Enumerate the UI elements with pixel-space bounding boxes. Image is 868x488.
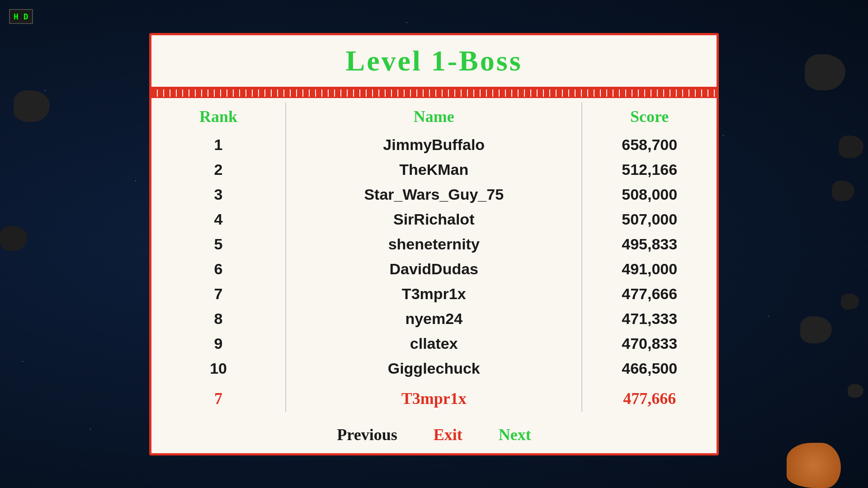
buttons-row: Previous Exit Next	[151, 421, 717, 453]
cell-score: 508,000	[582, 182, 717, 207]
cell-name: SirRichalot	[286, 207, 582, 232]
cell-rank: 7	[151, 282, 286, 306]
scoreboard: Level 1-Boss Rank Name Score 1 JimmyBuff…	[149, 33, 719, 455]
cell-score: 466,500	[582, 356, 717, 381]
cell-score: 507,000	[582, 207, 717, 232]
table-row: 10 Gigglechuck 466,500	[151, 356, 717, 381]
cell-rank: 9	[151, 331, 286, 356]
cell-score: 658,700	[582, 132, 717, 157]
cell-score: 491,000	[582, 257, 717, 282]
cell-rank: 10	[151, 356, 286, 381]
table-row: 7 T3mpr1x 477,666	[151, 282, 717, 306]
player-name: T3mpr1x	[286, 381, 582, 412]
cell-rank: 2	[151, 157, 286, 182]
cell-score: 495,833	[582, 232, 717, 257]
table-area: Rank Name Score 1 JimmyBuffalo 658,700 2…	[151, 98, 717, 421]
table-row: 1 JimmyBuffalo 658,700	[151, 132, 717, 157]
cell-rank: 3	[151, 182, 286, 207]
cell-name: Star_Wars_Guy_75	[286, 182, 582, 207]
player-rank: 7	[151, 381, 286, 412]
column-score: Score	[582, 103, 717, 132]
cell-name: sheneternity	[286, 232, 582, 257]
asteroid	[14, 90, 50, 122]
cell-score: 512,166	[582, 157, 717, 182]
previous-button[interactable]: Previous	[337, 425, 397, 444]
cell-rank: 6	[151, 257, 286, 282]
cell-rank: 1	[151, 132, 286, 157]
player-score: 477,666	[582, 381, 717, 412]
player-row: 7 T3mpr1x 477,666	[151, 381, 717, 412]
column-rank: Rank	[151, 103, 286, 132]
cell-name: Gigglechuck	[286, 356, 582, 381]
table-row: 6 DavidDudas 491,000	[151, 257, 717, 282]
cell-rank: 5	[151, 232, 286, 257]
cell-score: 477,666	[582, 282, 717, 306]
table-row: 5 sheneternity 495,833	[151, 232, 717, 257]
table-row: 2 TheKMan 512,166	[151, 157, 717, 182]
main-panel: Level 1-Boss Rank Name Score 1 JimmyBuff…	[45, 0, 823, 488]
column-name: Name	[286, 103, 582, 132]
cell-rank: 4	[151, 207, 286, 232]
table-row: 3 Star_Wars_Guy_75 508,000	[151, 182, 717, 207]
cell-name: JimmyBuffalo	[286, 132, 582, 157]
cell-name: cllatex	[286, 331, 582, 356]
table-row: 8 nyem24 471,333	[151, 306, 717, 331]
decorative-strip	[151, 88, 717, 98]
table-row: 4 SirRichalot 507,000	[151, 207, 717, 232]
asteroid	[848, 384, 863, 398]
cell-name: T3mpr1x	[286, 282, 582, 306]
title-area: Level 1-Boss	[151, 35, 717, 88]
next-button[interactable]: Next	[499, 425, 531, 444]
asteroid	[839, 136, 863, 158]
table-row: 9 cllatex 470,833	[151, 331, 717, 356]
exit-button[interactable]: Exit	[434, 425, 462, 444]
cell-rank: 8	[151, 306, 286, 331]
asteroid	[841, 294, 859, 310]
level-title: Level 1-Boss	[345, 45, 522, 77]
cell-score: 470,833	[582, 331, 717, 356]
score-table: Rank Name Score 1 JimmyBuffalo 658,700 2…	[151, 103, 717, 412]
cell-name: TheKMan	[286, 157, 582, 182]
cell-name: DavidDudas	[286, 257, 582, 282]
hud-label: H D	[9, 9, 33, 24]
asteroid	[832, 181, 854, 201]
cell-name: nyem24	[286, 306, 582, 331]
cell-score: 471,333	[582, 306, 717, 331]
asteroid	[0, 226, 27, 251]
